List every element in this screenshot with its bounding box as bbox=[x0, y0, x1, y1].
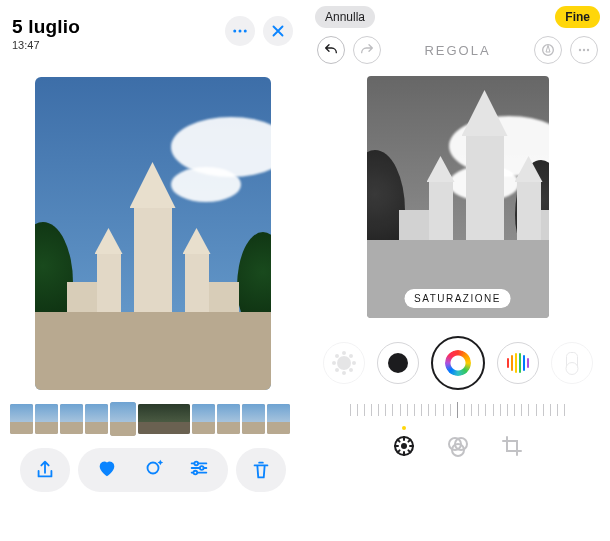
edit-sub-bar: REGOLA bbox=[305, 34, 610, 70]
close-button[interactable] bbox=[263, 16, 293, 46]
edit-photo-preview[interactable]: SATURAZIONE bbox=[367, 76, 549, 318]
thumbnail[interactable] bbox=[242, 404, 265, 434]
redo-icon bbox=[359, 42, 375, 58]
more-icon bbox=[576, 42, 592, 58]
svg-point-12 bbox=[401, 443, 407, 449]
adjustment-vibrance[interactable] bbox=[497, 342, 539, 384]
svg-point-9 bbox=[583, 49, 585, 51]
enhance-button[interactable] bbox=[142, 457, 164, 483]
header-buttons bbox=[225, 16, 293, 46]
warmth-icon bbox=[566, 352, 578, 374]
more-button[interactable] bbox=[225, 16, 255, 46]
heart-icon bbox=[96, 457, 118, 479]
svg-point-1 bbox=[239, 30, 242, 33]
center-toolbar bbox=[78, 448, 228, 492]
brightness-icon bbox=[337, 356, 351, 370]
svg-point-4 bbox=[194, 462, 198, 466]
edit-panel: Annulla Fine REGOLA bbox=[305, 0, 610, 541]
trash-button[interactable] bbox=[236, 448, 286, 492]
adjustment-brightness[interactable] bbox=[323, 342, 365, 384]
markup-icon bbox=[540, 42, 556, 58]
title-block: 5 luglio 13:47 bbox=[12, 16, 80, 51]
adjustment-saturation[interactable] bbox=[431, 336, 485, 390]
share-button[interactable] bbox=[20, 448, 70, 492]
edit-photo-wrap: SATURAZIONE bbox=[367, 70, 549, 318]
edit-top-bar: Annulla Fine bbox=[305, 0, 610, 34]
thumbnail-strip[interactable] bbox=[8, 398, 297, 438]
done-button[interactable]: Fine bbox=[555, 6, 600, 28]
thumbnail[interactable] bbox=[217, 404, 240, 434]
edit-mode-tabs bbox=[305, 420, 610, 468]
adjust-tab-icon bbox=[392, 444, 416, 461]
thumbnail[interactable] bbox=[138, 404, 190, 434]
thumbnail[interactable] bbox=[192, 404, 215, 434]
edit-more-button[interactable] bbox=[570, 36, 598, 64]
thumbnail[interactable] bbox=[10, 404, 33, 434]
adjustment-slider[interactable] bbox=[350, 400, 566, 420]
vibrance-icon bbox=[507, 353, 529, 373]
svg-point-0 bbox=[233, 30, 236, 33]
thumbnail[interactable] bbox=[60, 404, 83, 434]
adjustment-carousel[interactable] bbox=[305, 318, 610, 396]
adjust-button[interactable] bbox=[188, 457, 210, 483]
tab-filters[interactable] bbox=[446, 434, 470, 458]
thumbnail[interactable] bbox=[85, 404, 108, 434]
photo-time-subtitle: 13:47 bbox=[12, 39, 80, 51]
thumbnail[interactable] bbox=[35, 404, 58, 434]
adjustment-badge: SATURAZIONE bbox=[404, 289, 511, 308]
svg-point-2 bbox=[244, 30, 247, 33]
filters-tab-icon bbox=[446, 444, 470, 461]
main-photo-wrap bbox=[8, 55, 297, 398]
main-photo[interactable] bbox=[35, 77, 271, 390]
trash-icon bbox=[250, 459, 272, 481]
sliders-icon bbox=[188, 457, 210, 479]
left-header: 5 luglio 13:47 bbox=[8, 8, 297, 55]
tab-crop[interactable] bbox=[500, 434, 524, 458]
saturation-icon bbox=[445, 350, 471, 376]
favorite-button[interactable] bbox=[96, 457, 118, 483]
redo-button[interactable] bbox=[353, 36, 381, 64]
photo-view-panel: 5 luglio 13:47 bbox=[0, 0, 305, 541]
undo-button[interactable] bbox=[317, 36, 345, 64]
svg-point-6 bbox=[193, 471, 197, 475]
photo-toolbar bbox=[8, 438, 297, 504]
svg-point-3 bbox=[147, 463, 158, 474]
markup-button[interactable] bbox=[534, 36, 562, 64]
adjustment-black-point[interactable] bbox=[377, 342, 419, 384]
adjustment-warmth[interactable] bbox=[551, 342, 593, 384]
thumbnail[interactable] bbox=[267, 404, 290, 434]
more-icon bbox=[231, 22, 249, 40]
share-icon bbox=[34, 459, 56, 481]
svg-point-8 bbox=[579, 49, 581, 51]
black-point-icon bbox=[388, 353, 408, 373]
edit-mode-label: REGOLA bbox=[424, 43, 490, 58]
cancel-button[interactable]: Annulla bbox=[315, 6, 375, 28]
svg-point-10 bbox=[587, 49, 589, 51]
undo-icon bbox=[323, 42, 339, 58]
photo-date-title: 5 luglio bbox=[12, 16, 80, 38]
crop-tab-icon bbox=[500, 444, 524, 461]
sparkle-icon bbox=[142, 457, 164, 479]
tab-indicator-dot bbox=[402, 426, 406, 430]
tab-adjust[interactable] bbox=[392, 434, 416, 458]
thumbnail[interactable] bbox=[110, 402, 136, 436]
svg-point-5 bbox=[199, 466, 203, 470]
close-icon bbox=[269, 22, 287, 40]
